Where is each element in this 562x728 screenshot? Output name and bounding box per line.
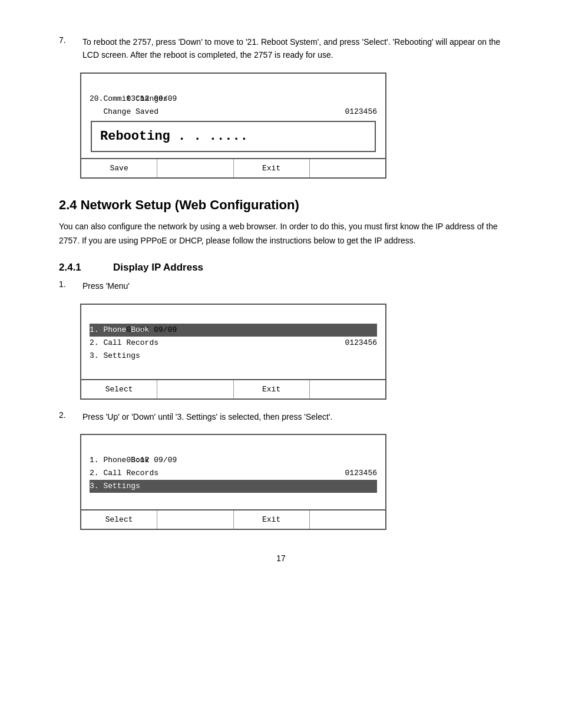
lcd1-row2: Change Saved [90, 106, 377, 118]
lcd3-row2: 2. Call Records [90, 467, 377, 480]
page-number: 17 [59, 554, 503, 563]
lcd1-btn2 [157, 159, 233, 177]
lcd3-btn4 [310, 510, 385, 529]
section-241-num: 2.4.1 [59, 262, 94, 274]
lcd1-row1: 20.Commit Changes [90, 93, 377, 106]
lcd2-row1-highlight: 1. Phone Book [90, 324, 377, 337]
lcd3-row3-highlight: 3. Settings [90, 480, 377, 493]
lcd1-rebooting: Rebooting . . ..... [91, 121, 376, 152]
section-24-body: You can also configure the network by us… [59, 220, 503, 248]
step-1-text: Press 'Menu' [82, 279, 130, 292]
step-7-text: To reboot the 2757, press 'Down' to move… [82, 35, 503, 62]
lcd2-btn1: Select [81, 380, 157, 398]
section-241-heading-wrapper: 2.4.1 Display IP Address [59, 262, 503, 274]
step-2: 2. Press 'Up' or 'Down' until '3. Settin… [59, 410, 503, 423]
lcd2-spacer [90, 363, 377, 375]
lcd-screen-1: 03:12 09/09 0123456 20.Commit Changes Ch… [80, 73, 503, 179]
section-241-title: Display IP Address [113, 262, 203, 274]
step-2-number: 2. [59, 410, 73, 423]
step-1-number: 1. [59, 279, 73, 292]
step-7-number: 7. [59, 35, 73, 62]
lcd3-btn2 [157, 510, 233, 529]
step-7: 7. To reboot the 2757, press 'Down' to m… [59, 35, 503, 62]
lcd3-buttons: Select Exit [81, 509, 385, 529]
lcd-screen-3: 03:12 09/09 0123456 1. Phone Book 2. Cal… [80, 434, 503, 530]
lcd2-row3: 3. Settings [90, 350, 377, 363]
lcd-screen-2: 03:12 09/09 0123456 1. Phone Book 2. Cal… [80, 304, 503, 400]
lcd1-header: 03:12 09/09 0123456 [90, 80, 377, 93]
lcd3-header: 03:12 09/09 0123456 [90, 441, 377, 454]
lcd2-header: 03:12 09/09 0123456 [90, 311, 377, 324]
lcd3-row1: 1. Phone Book [90, 454, 377, 467]
lcd1-btn3: Exit [234, 159, 310, 177]
lcd3-btn1: Select [81, 510, 157, 529]
lcd2-btn2 [157, 380, 233, 398]
section-24-heading: 2.4 Network Setup (Web Configuration) [59, 197, 503, 213]
lcd1-buttons: Save Exit [81, 158, 385, 177]
step-2-text: Press 'Up' or 'Down' until '3. Settings'… [82, 410, 332, 423]
lcd1-btn4 [310, 159, 385, 177]
lcd2-buttons: Select Exit [81, 379, 385, 398]
lcd3-spacer [90, 493, 377, 506]
lcd3-btn3: Exit [234, 510, 310, 529]
step-1: 1. Press 'Menu' [59, 279, 503, 292]
lcd2-row2: 2. Call Records [90, 337, 377, 350]
lcd2-btn3: Exit [234, 380, 310, 398]
lcd1-btn1: Save [81, 159, 157, 177]
lcd2-btn4 [310, 380, 385, 398]
